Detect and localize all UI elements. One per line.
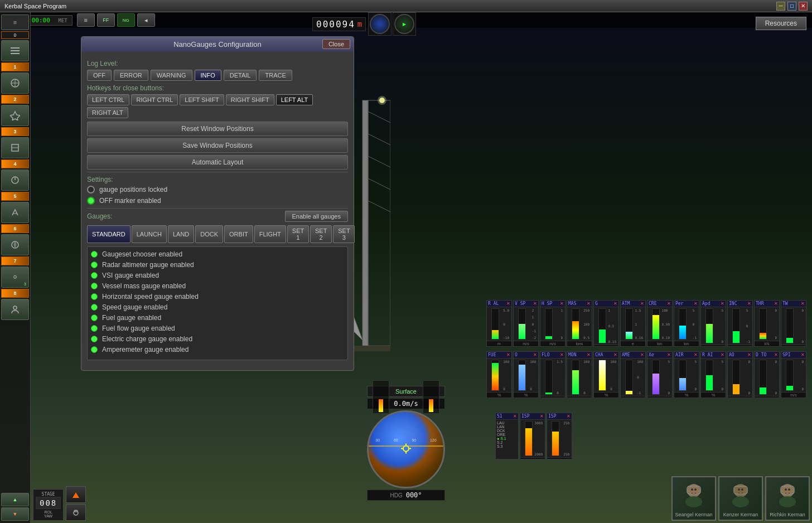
hotkey-left-shift[interactable]: LEFT SHIFT [180,94,224,105]
gauge-dto: D TO✕ 00 [754,351,780,398]
gauge-tab-flight[interactable]: FLIGHT [254,225,286,243]
sidebar-section-0[interactable]: ≡ [1,14,29,30]
sidebar-small-2[interactable]: ▼ [1,507,29,521]
toolbar-icon-3[interactable]: NG [117,13,135,27]
nanogauges-dialog: NanoGauges Configuration Close Log Level… [81,36,354,371]
gauge-tab-set1[interactable]: SET 1 [287,225,309,243]
svg-line-48 [368,201,390,212]
stage-area: STAGE 008 ROL YAW [31,484,88,523]
gauge-lock-radio[interactable] [87,186,95,193]
gauge-thr: THR✕ 00 kN [754,300,780,347]
gauge-apd: Apd✕ 50 [700,300,726,347]
gauge-label-2: Radar altimeter gauge enabled [102,261,194,269]
list-item: Speed gauge enabled [91,303,344,311]
stage-display: STAGE 008 ROL YAW [33,489,64,521]
gauge-dot-2 [91,262,98,268]
sidebar-btn-1[interactable] [1,72,29,94]
auto-layout-button[interactable]: Automatic Layout [87,155,348,170]
sidebar-btn-5[interactable] [1,202,29,223]
sidebar-btn-7[interactable]: ⚙ 3 [1,267,29,288]
gauge-ame: AME✕ 1000-1 [620,351,646,398]
log-btn-error[interactable]: ERROR [114,70,148,81]
stage-camera-btn[interactable] [66,504,86,521]
gauge-tab-set3[interactable]: SET 3 [333,225,355,243]
gauge-tab-standard[interactable]: STANDARD [87,225,130,243]
hotkey-right-alt[interactable]: RIGHT ALT [87,107,128,118]
log-btn-info[interactable]: INFO [195,70,221,81]
svg-rect-42 [362,100,368,346]
off-marker-label: OFF marker enabled [99,197,161,205]
log-level-label: Log Level: [87,60,348,67]
sidebar-left: ≡ 0 1 2 3 4 5 6 7 ⚙ 3 8 ▲ ▼ [0,12,31,523]
dialog-close-button[interactable]: Close [322,39,350,49]
list-item: Gaugeset chooser enabled [91,250,344,258]
hotkey-right-shift[interactable]: RIGHT SHIFT [226,94,274,105]
divider-2 [87,208,348,209]
toolbar-icon-4[interactable]: ◂ [137,13,155,27]
gauge-g: G✕ 10.50.15 [593,300,619,347]
svg-point-33 [785,488,787,491]
svg-marker-13 [72,492,79,498]
toolbar-icon-1[interactable]: ≡ [77,13,95,27]
sidebar-label-2: 2 [1,95,29,104]
gauges-header: Gauges: Enable all gauges [87,211,348,222]
svg-rect-0 [11,47,20,49]
off-marker-radio[interactable] [87,197,95,205]
dialog-title: NanoGauges Configuration Close [81,37,354,52]
sidebar-btn-0[interactable] [1,40,29,61]
gauge-tw: TW✕ 00 [781,300,806,347]
sidebar-btn-8[interactable] [1,299,29,320]
enable-all-button[interactable]: Enable all gauges [285,211,348,222]
list-item: Radar altimeter gauge enabled [91,261,344,269]
toolbar-icon-2[interactable]: FF [97,13,115,27]
svg-line-47 [368,178,390,190]
gauge-label-8: Fuel flow gauge enabled [102,325,175,332]
gauge-lock-label: gauge positions locked [99,186,167,193]
gauge-tab-launch[interactable]: LAUNCH [132,225,167,243]
svg-point-12 [13,306,17,309]
svg-point-32 [779,496,796,507]
prograde-marker [400,443,412,456]
setting-off-marker: OFF marker enabled [87,197,348,205]
gauge-row-2: FUE✕ 1000 % O✕ 1000 % FLO✕ 1.50 MON✕ 100… [486,351,806,398]
gauge-tab-orbit[interactable]: ORBIT [224,225,253,243]
gauge-dot-5 [91,293,98,300]
gauge-ao: AO✕ 00 [727,351,753,398]
sidebar-label-7: 7 [1,256,29,265]
log-btn-warning[interactable]: WARNING [151,70,192,81]
gauge-tab-land[interactable]: LAND [168,225,194,243]
maximize-button[interactable]: □ [787,2,796,11]
sidebar-btn-6[interactable] [1,234,29,255]
close-window-button[interactable]: ✕ [799,2,808,11]
hotkey-buttons: LEFT CTRL RIGHT CTRL LEFT SHIFT RIGHT SH… [87,94,348,118]
log-btn-detail[interactable]: DETAIL [224,70,257,81]
sidebar-btn-3[interactable] [1,137,29,158]
svg-point-27 [732,496,749,507]
gauge-tabs: STANDARD LAUNCH LAND DOCK ORBIT FLIGHT S… [87,225,348,243]
log-btn-off[interactable]: OFF [87,70,112,81]
stage-advance-btn[interactable] [66,486,86,503]
minimize-button[interactable]: ─ [776,2,785,11]
sidebar-btn-4[interactable] [1,170,29,191]
sidebar-btn-2[interactable] [1,105,29,126]
gauge-isp2: ISP✕ 250250 [547,413,572,459]
hotkey-right-ctrl[interactable]: RIGHT CTRL [131,94,178,105]
gauge-dot-10 [91,346,98,353]
log-btn-trace[interactable]: TRACE [259,70,292,81]
resources-button[interactable]: Resources [756,17,806,30]
crew-name-3: Richkin Kerman [770,512,805,517]
sidebar-small-1[interactable]: ▲ [1,493,29,506]
hotkey-left-ctrl[interactable]: LEFT CTRL [87,94,129,105]
crew-avatar-3 [774,481,801,509]
gauge-dot-7 [91,314,98,321]
hdg-value: 000° [406,491,422,499]
svg-point-28 [738,488,740,491]
crew-avatar-1 [680,481,708,509]
save-positions-button[interactable]: Save Window Positions [87,138,348,153]
reset-positions-button[interactable]: Reset Window Positions [87,122,348,136]
hotkey-left-alt[interactable]: LEFT ALT [276,94,313,105]
settings-label: Settings: [87,176,348,183]
divider-1 [87,172,348,172]
gauge-tab-dock[interactable]: DOCK [195,225,223,243]
gauge-tab-set2[interactable]: SET 2 [310,225,332,243]
